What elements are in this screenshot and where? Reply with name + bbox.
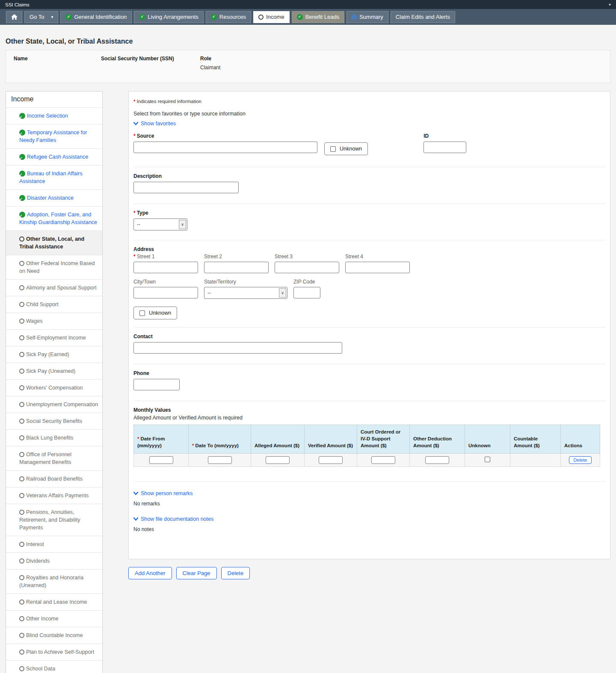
mv-row-delete-button[interactable]: Delete	[569, 456, 592, 464]
radio-unchecked-icon	[19, 402, 24, 407]
sidebar-item-dividends[interactable]: Dividends	[6, 552, 102, 569]
street4-input[interactable]	[345, 262, 410, 273]
tab-resources[interactable]: Resources	[206, 11, 251, 23]
street2-input[interactable]	[204, 262, 269, 273]
street3-input[interactable]	[275, 262, 339, 273]
sidebar-item-sick-pay-unearned[interactable]: Sick Pay (Unearned)	[6, 363, 102, 379]
delete-button[interactable]: Delete	[221, 567, 250, 579]
mv-col-unknown: Unknown	[465, 425, 510, 454]
show-favorites-link[interactable]: Show favorites	[133, 121, 176, 127]
mv-input-alleged-amount[interactable]	[266, 456, 290, 464]
check-circle-icon	[19, 195, 25, 201]
go-to-dropdown[interactable]: Go To	[24, 11, 58, 23]
source-unknown-toggle[interactable]: Unknown	[324, 142, 368, 155]
mv-unknown-checkbox[interactable]	[485, 457, 490, 462]
mv-input-verified-amount[interactable]	[319, 456, 343, 464]
sidebar-item-child-support[interactable]: Child Support	[6, 296, 102, 313]
main-navigation: Go To General IdentificationLiving Arran…	[0, 9, 616, 25]
mv-cell-date-from-mm-yyyy	[134, 454, 189, 467]
sidebar-item-self-employment-income[interactable]: Self-Employment Income	[6, 329, 102, 346]
add-another-button[interactable]: Add Another	[128, 567, 172, 579]
tab-label: Income	[266, 14, 284, 20]
go-to-label: Go To	[30, 14, 44, 20]
tab-income[interactable]: Income	[253, 11, 290, 23]
sidebar-item-temporary-assistance-for-needy-families[interactable]: Temporary Assistance for Needy Families	[6, 124, 102, 148]
mv-cell-other-deduction-amount	[410, 454, 465, 467]
tab-general-identification[interactable]: General Identification	[60, 11, 132, 23]
zip-input[interactable]	[293, 287, 320, 298]
sidebar-item-school-data[interactable]: School Data	[6, 660, 102, 673]
sidebar-item-other-income[interactable]: Other Income	[6, 610, 102, 627]
tab-living-arrangements[interactable]: Living Arrangements	[134, 11, 204, 23]
sidebar-item-office-of-personnel-management-benefits[interactable]: Office of Personnel Management Benefits	[6, 446, 102, 470]
radio-unchecked-icon	[19, 633, 24, 638]
mv-input-court-ordered-or-iv-d-support-amount[interactable]	[371, 456, 395, 464]
sidebar-item-wages[interactable]: Wages	[6, 313, 102, 329]
sidebar-item-black-lung-benefits[interactable]: Black Lung Benefits	[6, 429, 102, 446]
sidebar-item-label: Other State, Local, and Tribal Assistanc…	[19, 236, 84, 250]
sidebar-item-plan-to-achieve-self-support[interactable]: Plan to Achieve Self-Support	[6, 643, 102, 660]
sidebar-item-other-federal-income-based-on-need[interactable]: Other Federal Income Based on Need	[6, 255, 102, 279]
radio-unchecked-icon	[19, 369, 24, 374]
app-title: SSI Claims	[5, 2, 30, 7]
street1-input[interactable]	[133, 262, 198, 273]
address-unknown-toggle[interactable]: Unknown	[133, 307, 177, 319]
sidebar-item-other-state-local-and-tribal-assistance[interactable]: Other State, Local, and Tribal Assistanc…	[6, 230, 102, 255]
mv-input-other-deduction-amount[interactable]	[425, 456, 449, 464]
tab-summary[interactable]: Summary	[346, 11, 388, 23]
role-value: Claimant	[200, 65, 602, 71]
sidebar-item-refugee-cash-assistance[interactable]: Refugee Cash Assistance	[6, 148, 102, 165]
sidebar-item-label: Self-Employment Income	[26, 335, 86, 341]
address-section-label: Address	[133, 246, 605, 252]
name-label: Name	[14, 56, 101, 62]
radio-unchecked-icon	[19, 542, 24, 547]
sidebar-item-pensions-annuities-retirement-and-disability-payments[interactable]: Pensions, Annuities, Retirement, and Dis…	[6, 504, 102, 536]
mv-input-date-from-mm-yyyy[interactable]	[149, 456, 173, 464]
mv-input-date-to-mm-yyyy[interactable]	[208, 456, 232, 464]
sidebar-item-unemployment-compensation[interactable]: Unemployment Compensation	[6, 396, 102, 413]
radio-unchecked-icon	[19, 261, 24, 266]
sidebar-item-rental-and-lease-income[interactable]: Rental and Lease Income	[6, 593, 102, 610]
state-label: State/Territory	[204, 279, 287, 285]
chevron-down-icon	[133, 492, 138, 495]
sidebar-item-label: Interest	[26, 541, 44, 547]
show-person-remarks-link[interactable]: Show person remarks	[133, 490, 193, 496]
contact-input[interactable]	[133, 342, 342, 354]
state-select[interactable]: -- ∨	[204, 287, 287, 299]
sidebar-item-workers-compensation[interactable]: Workers' Compensation	[6, 379, 102, 396]
sidebar-item-label: Office of Personnel Management Benefits	[19, 452, 71, 465]
sidebar-item-veterans-affairs-payments[interactable]: Veterans Affairs Payments	[6, 487, 102, 504]
caret-down-icon[interactable]: ▾	[609, 2, 611, 7]
sidebar-item-income-selection[interactable]: Income Selection	[6, 107, 102, 124]
sidebar-item-alimony-and-spousal-support[interactable]: Alimony and Spousal Support	[6, 279, 102, 296]
home-button[interactable]	[6, 11, 22, 23]
sidebar-item-bureau-of-indian-affairs-assistance[interactable]: Bureau of Indian Affairs Assistance	[6, 165, 102, 189]
sidebar-item-adoption-foster-care-and-kinship-guardianship-assistance[interactable]: Adoption, Foster Care, and Kinship Guard…	[6, 206, 102, 230]
tab-benefit-leads[interactable]: Benefit Leads	[292, 11, 345, 23]
sidebar-item-label: Plan to Achieve Self-Support	[26, 649, 94, 655]
source-input[interactable]	[133, 142, 317, 153]
checkbox-unchecked-icon	[330, 146, 336, 152]
phone-input[interactable]	[133, 379, 180, 390]
tab-claim-edits-and-alerts[interactable]: Claim Edits and Alerts	[391, 11, 455, 23]
mv-col-label: Unknown	[468, 443, 491, 448]
sidebar-item-blind-countable-income[interactable]: Blind Countable Income	[6, 627, 102, 643]
page-actions: Add Another Clear Page Delete	[128, 567, 610, 579]
show-file-documentation-notes-link[interactable]: Show file documentation notes	[133, 516, 213, 522]
sidebar-item-railroad-board-benefits[interactable]: Railroad Board Benefits	[6, 470, 102, 487]
mv-col-label: Date From (mm/yyyy)	[137, 436, 165, 448]
clear-page-button[interactable]: Clear Page	[176, 567, 217, 579]
type-select[interactable]: -- ∨	[133, 218, 187, 230]
id-input[interactable]	[424, 142, 466, 153]
radio-unchecked-icon	[19, 335, 24, 340]
assistance-form-panel: *Indicates required information Select f…	[128, 91, 610, 559]
description-input[interactable]	[133, 182, 239, 193]
sidebar-item-social-security-benefits[interactable]: Social Security Benefits	[6, 413, 102, 429]
sidebar-item-royalties-and-honoraria-unearned[interactable]: Royalties and Honoraria (Unearned)	[6, 569, 102, 593]
select-arrow-icon: ∨	[279, 288, 286, 298]
sidebar-item-disaster-assistance[interactable]: Disaster Assistance	[6, 189, 102, 206]
sidebar-item-interest[interactable]: Interest	[6, 536, 102, 552]
sidebar-item-label: Blind Countable Income	[26, 632, 83, 638]
city-input[interactable]	[133, 287, 198, 298]
sidebar-item-sick-pay-earned[interactable]: Sick Pay (Earned)	[6, 346, 102, 363]
